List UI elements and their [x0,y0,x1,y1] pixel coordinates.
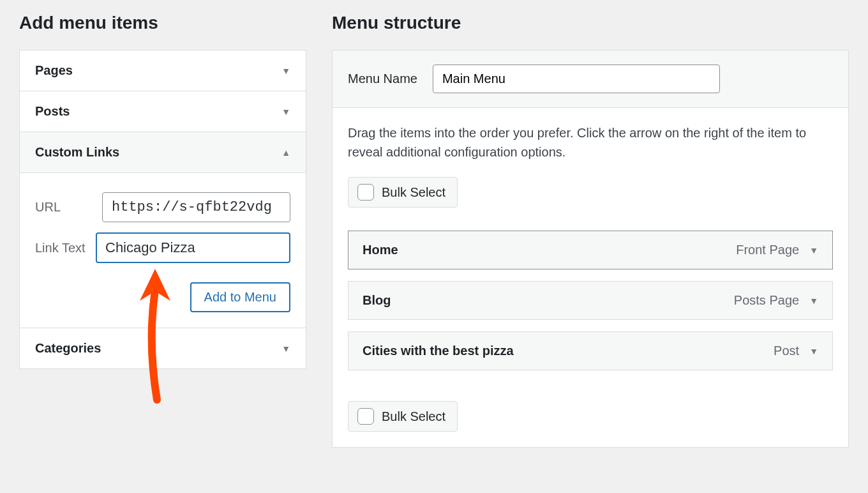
bulk-select-bottom[interactable]: Bulk Select [348,401,458,432]
menu-instructions: Drag the items into the order you prefer… [348,123,833,162]
menu-item-title: Cities with the best pizza [363,344,514,358]
add-menu-items-heading: Add menu items [19,13,306,33]
accordion-categories-title: Categories [35,341,101,356]
chevron-down-icon: ▼ [281,66,290,76]
menu-name-input[interactable] [433,64,720,93]
bulk-select-top[interactable]: Bulk Select [348,177,458,208]
menu-item-type: Post [774,344,799,358]
accordion-panel: Pages ▼ Posts ▼ Custom Links ▲ URL Link … [19,50,306,369]
menu-name-label: Menu Name [348,72,417,86]
menu-item-blog[interactable]: Blog Posts Page ▼ [348,281,833,320]
link-text-label: Link Text [35,241,96,255]
chevron-down-icon: ▼ [281,107,290,117]
chevron-up-icon: ▲ [281,148,290,158]
menu-structure-header: Menu Name [333,50,848,108]
url-input[interactable] [102,192,290,222]
chevron-down-icon[interactable]: ▼ [809,296,818,306]
accordion-categories[interactable]: Categories ▼ [20,328,306,368]
bulk-select-label: Bulk Select [382,185,445,200]
menu-structure-panel: Menu Name Drag the items into the order … [332,50,849,448]
accordion-posts[interactable]: Posts ▼ [20,91,306,132]
accordion-posts-title: Posts [35,104,70,119]
custom-links-body: URL Link Text Add to Menu [20,173,306,328]
accordion-pages[interactable]: Pages ▼ [20,50,306,91]
menu-item-cities[interactable]: Cities with the best pizza Post ▼ [348,331,833,370]
menu-item-type: Front Page [736,243,799,257]
bulk-select-checkbox[interactable] [357,408,374,425]
url-label: URL [35,200,102,215]
bulk-select-checkbox[interactable] [357,184,374,201]
menu-item-home[interactable]: Home Front Page ▼ [348,231,833,269]
menu-item-title: Blog [363,293,391,308]
menu-item-title: Home [363,243,398,257]
bulk-select-label: Bulk Select [382,409,445,424]
accordion-custom-links[interactable]: Custom Links ▲ [20,132,306,173]
accordion-pages-title: Pages [35,63,73,78]
chevron-down-icon[interactable]: ▼ [809,245,818,255]
menu-structure-heading: Menu structure [332,13,849,33]
chevron-down-icon: ▼ [281,344,290,354]
link-text-input[interactable] [96,232,290,263]
accordion-custom-links-title: Custom Links [35,145,119,160]
menu-item-type: Posts Page [734,293,799,308]
chevron-down-icon[interactable]: ▼ [809,346,818,356]
add-to-menu-button[interactable]: Add to Menu [190,282,290,312]
